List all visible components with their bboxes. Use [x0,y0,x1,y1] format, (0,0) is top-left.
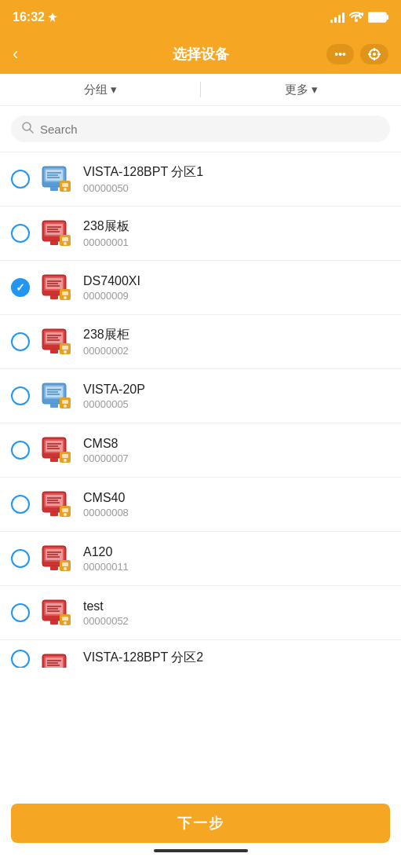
svg-rect-27 [50,241,58,245]
device-id: 00000011 [83,561,390,573]
device-id: 00000008 [83,507,390,518]
device-id: 00000009 [83,290,390,302]
device-item[interactable]: A120 00000011 [0,532,401,586]
svg-point-90 [64,567,67,570]
filter-group-label: 分组 [84,82,108,97]
home-bar [154,849,248,852]
device-item[interactable]: VISTA-20P 00000005 [0,369,401,423]
device-info: CMS8 00000007 [83,437,390,464]
device-item[interactable]: test 00000052 [0,586,401,640]
radio-button[interactable] [11,650,30,668]
radio-button[interactable] [11,332,30,351]
status-time: 16:32 [13,10,57,24]
svg-point-100 [64,621,67,624]
device-name: VISTA-128BPT 分区2 [83,650,390,666]
device-id: 00000002 [83,345,390,357]
device-info: test 00000052 [83,599,390,627]
device-id: 00000005 [83,398,390,410]
device-info: 238展柜 00000002 [83,327,390,357]
signal-icon [330,13,344,23]
filter-bar: 分组 ▾ 更多 ▾ [0,74,401,106]
svg-point-50 [64,350,67,353]
device-name: 238展柜 [83,327,390,343]
target-button[interactable] [360,44,388,64]
time-display: 16:32 [13,10,45,24]
device-item[interactable]: 238展柜 00000002 [0,315,401,369]
radio-button[interactable] [11,549,30,568]
device-icon [39,379,74,413]
device-item[interactable]: VISTA-128BPT 分区1 00000050 [0,152,401,207]
device-icon [39,650,74,668]
device-info: A120 00000011 [83,545,390,573]
svg-rect-17 [50,187,58,191]
device-name: CMS8 [83,437,390,451]
radio-button[interactable] [11,495,30,514]
status-icons [330,12,388,23]
filter-more[interactable]: 更多 ▾ [201,82,401,97]
device-icon [39,487,74,522]
header: ‹ 选择设备 ••• [0,35,401,74]
svg-line-10 [30,130,33,133]
device-item[interactable]: DS7400XI 00000009 [0,261,401,315]
device-item[interactable]: CMS40 00000008 [0,478,401,532]
filter-group[interactable]: 分组 ▾ [0,82,200,97]
svg-point-70 [64,459,67,462]
device-icon [39,216,74,251]
svg-rect-37 [50,295,58,299]
wifi-icon [349,12,363,23]
search-icon [22,122,34,136]
bottom-bar: 下一步 [0,804,401,852]
device-info: 238展板 00000001 [83,218,390,248]
device-info: VISTA-128BPT 分区2 [83,650,390,666]
radio-button[interactable] [11,278,30,297]
svg-point-80 [64,513,67,516]
svg-rect-29 [62,237,68,241]
device-id: 00000007 [83,452,390,464]
svg-rect-77 [50,512,58,516]
magnifier-icon [22,122,34,134]
target-icon [368,48,381,60]
device-icon [39,541,74,576]
radio-button[interactable] [11,224,30,243]
svg-rect-49 [62,346,68,350]
device-info: VISTA-20P 00000005 [83,383,390,410]
device-name: 238展板 [83,218,390,235]
svg-rect-89 [62,562,68,566]
svg-point-60 [64,405,67,408]
back-button[interactable]: ‹ [13,44,18,64]
page-title: 选择设备 [173,45,229,64]
svg-rect-97 [50,621,58,624]
device-name: test [83,599,390,613]
device-name: VISTA-128BPT 分区1 [83,164,390,181]
device-icon [39,595,74,630]
filter-more-label: 更多 [285,82,308,97]
radio-button[interactable] [11,386,30,405]
device-item-partial[interactable]: VISTA-128BPT 分区2 [0,640,401,668]
search-box[interactable] [11,115,390,142]
radio-button[interactable] [11,441,30,460]
svg-rect-69 [62,454,68,458]
device-icon [39,270,74,305]
svg-point-40 [64,296,67,299]
more-label: ••• [334,48,346,60]
next-button[interactable]: 下一步 [11,804,390,843]
svg-rect-67 [50,458,58,462]
home-indicator [11,843,390,852]
device-id: 00000052 [83,615,390,627]
filter-more-arrow: ▾ [312,82,318,97]
radio-button[interactable] [11,603,30,622]
device-id: 00000050 [83,182,390,194]
svg-rect-99 [62,617,68,621]
device-icon [39,433,74,467]
radio-button[interactable] [11,170,30,189]
device-name: DS7400XI [83,274,390,288]
search-input[interactable] [40,123,379,136]
device-item[interactable]: CMS8 00000007 [0,423,401,478]
device-item[interactable]: 238展板 00000001 [0,207,401,261]
device-id: 00000001 [83,236,390,248]
location-icon [48,13,57,22]
svg-rect-79 [62,508,68,512]
svg-point-0 [355,19,358,22]
more-button[interactable]: ••• [326,44,354,64]
battery-icon [368,12,388,23]
